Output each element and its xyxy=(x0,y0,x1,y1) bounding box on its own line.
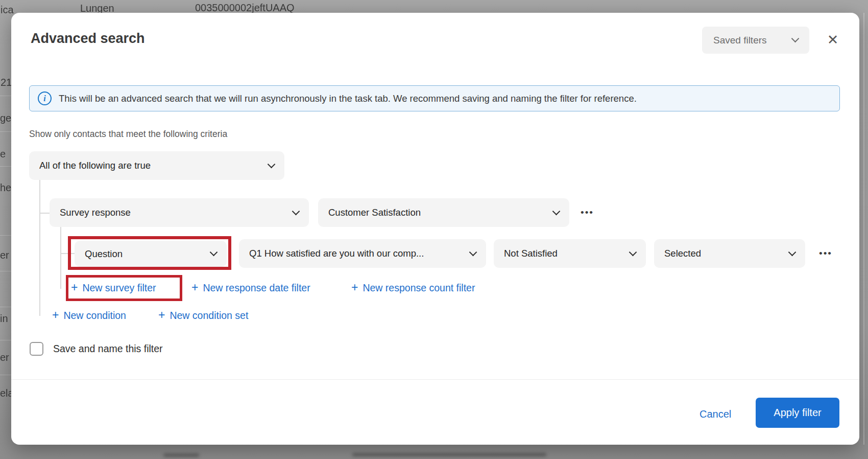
save-filter-label[interactable]: Save and name this filter xyxy=(53,343,163,355)
new-condition-link[interactable]: + New condition xyxy=(52,309,126,322)
state-value: Selected xyxy=(664,248,701,259)
plus-icon: + xyxy=(191,281,198,294)
question-value: Q1 How satisfied are you with our comp..… xyxy=(249,248,424,259)
close-button[interactable]: ✕ xyxy=(822,29,843,51)
new-response-date-filter-label: New response date filter xyxy=(203,282,310,294)
tree-connector-horizontal xyxy=(60,253,75,254)
cancel-button[interactable]: Cancel xyxy=(695,406,735,422)
chevron-down-icon xyxy=(788,248,797,256)
bg-table-text: er xyxy=(0,352,9,363)
choice-dropdown[interactable]: Not Satisfied xyxy=(494,239,646,268)
chevron-down-icon xyxy=(268,160,276,168)
save-filter-checkbox[interactable] xyxy=(30,342,43,356)
question-dropdown[interactable]: Q1 How satisfied are you with our comp..… xyxy=(239,239,486,268)
bg-table-text: 21 xyxy=(1,77,12,88)
page-title: Advanced search xyxy=(31,31,145,47)
state-dropdown[interactable]: Selected xyxy=(654,239,805,268)
new-response-date-filter-link[interactable]: + New response date filter xyxy=(191,282,310,294)
info-banner-text: This will be an advanced search that we … xyxy=(59,93,637,104)
chevron-down-icon xyxy=(210,248,218,257)
more-options-icon[interactable]: ••• xyxy=(575,198,599,227)
question-field-value: Question xyxy=(85,248,123,260)
saved-filters-label: Saved filters xyxy=(713,35,767,46)
survey-dropdown[interactable]: Customer Satisfaction xyxy=(318,198,569,227)
chevron-down-icon xyxy=(469,248,477,256)
footer-divider xyxy=(11,379,859,380)
plus-icon: + xyxy=(71,281,78,294)
bg-table-text: e xyxy=(0,148,6,160)
new-condition-label: New condition xyxy=(63,310,126,322)
info-banner: i This will be an advanced search that w… xyxy=(29,85,840,111)
chevron-down-icon xyxy=(791,35,800,43)
chevron-down-icon xyxy=(292,207,300,215)
bg-row-divider xyxy=(0,271,12,271)
new-response-count-filter-label: New response count filter xyxy=(363,282,475,294)
bg-row-divider xyxy=(0,340,12,340)
apply-filter-button[interactable]: Apply filter xyxy=(756,398,839,428)
new-condition-set-label: New condition set xyxy=(170,310,248,322)
bg-table-text: ica xyxy=(1,4,14,16)
chevron-down-icon xyxy=(629,248,637,256)
bg-table-text: he xyxy=(0,182,11,194)
saved-filters-button[interactable]: Saved filters xyxy=(702,27,809,54)
advanced-search-modal: Advanced search Saved filters ✕ i This w… xyxy=(11,13,859,445)
choice-value: Not Satisfied xyxy=(504,248,558,259)
chevron-down-icon xyxy=(552,207,561,215)
tree-connector-vertical xyxy=(39,180,40,316)
survey-value: Customer Satisfaction xyxy=(328,207,421,218)
bg-row-divider xyxy=(0,166,12,167)
info-icon: i xyxy=(38,91,52,105)
new-survey-filter-label: New survey filter xyxy=(82,282,156,294)
question-field-dropdown[interactable]: Question xyxy=(75,241,227,267)
bg-table-text: 0035000002jeftUAAQ xyxy=(195,2,295,14)
criteria-label: Show only contacts that meet the followi… xyxy=(29,129,227,140)
condition-type-value: Survey response xyxy=(60,207,131,218)
bg-table-text: in xyxy=(0,313,8,325)
bg-blurred-text xyxy=(352,453,546,456)
plus-icon: + xyxy=(158,308,165,322)
bg-row-divider xyxy=(0,131,12,132)
bg-table-text: ge xyxy=(0,112,11,124)
screen: ica Lungen 0035000002jeftUAAQ 21 ge e he… xyxy=(0,0,868,459)
group-operator-value: All of the following are true xyxy=(39,160,151,171)
bg-table-text: er xyxy=(0,249,9,261)
bg-row-divider xyxy=(0,96,12,96)
more-options-icon[interactable]: ••• xyxy=(814,239,837,268)
bg-scrollbar xyxy=(863,13,864,445)
bg-row-divider xyxy=(0,375,12,375)
bg-blurred-text xyxy=(163,453,199,457)
new-condition-set-link[interactable]: + New condition set xyxy=(158,309,248,322)
bg-row-divider xyxy=(0,307,12,307)
tree-connector-horizontal xyxy=(39,213,51,214)
plus-icon: + xyxy=(351,281,358,294)
new-response-count-filter-link[interactable]: + New response count filter xyxy=(351,282,475,294)
group-operator-dropdown[interactable]: All of the following are true xyxy=(29,151,284,180)
plus-icon: + xyxy=(52,308,59,322)
condition-type-dropdown[interactable]: Survey response xyxy=(50,198,309,227)
new-survey-filter-link[interactable]: + New survey filter xyxy=(71,282,156,294)
bg-row-divider xyxy=(0,235,12,236)
tree-connector-vertical xyxy=(60,227,61,289)
